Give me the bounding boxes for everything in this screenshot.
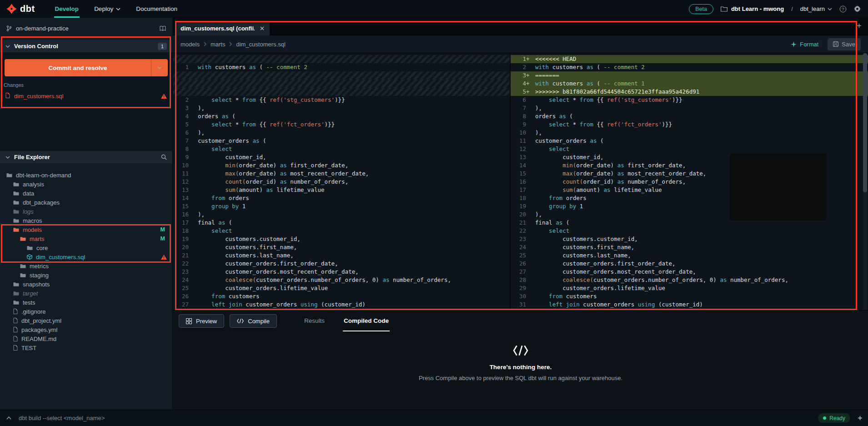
tree-item-dbt-project-yml[interactable]: dbt_project.yml bbox=[0, 316, 172, 325]
dbt-logo[interactable]: dbt bbox=[0, 0, 43, 18]
editor-tab[interactable]: dim_customers.sql (confli... bbox=[175, 21, 270, 35]
nav-tab-deploy[interactable]: Deploy bbox=[94, 0, 120, 18]
code-line[interactable]: 1 with customers as ( -- comment 2 bbox=[173, 63, 510, 71]
code-line[interactable]: 7 customer_orders as ( bbox=[173, 137, 510, 145]
panel-tab-results[interactable]: Results bbox=[303, 311, 326, 331]
code-line[interactable]: 6 ), bbox=[173, 129, 510, 137]
code-line[interactable]: 11 customer_orders as ( bbox=[511, 137, 868, 145]
code-line[interactable]: 7 ), bbox=[511, 104, 868, 112]
tree-item-logs[interactable]: logs bbox=[0, 207, 172, 216]
tree-item-dbt-learn-on-demand[interactable]: dbt-learn-on-demand bbox=[0, 170, 172, 180]
code-line[interactable]: 27 left join customer_orders using (cust… bbox=[173, 301, 510, 309]
code-line[interactable]: 5 select * from {{ ref('fct_orders')}} bbox=[173, 120, 510, 129]
docs-book-icon[interactable] bbox=[160, 26, 166, 31]
code-line[interactable]: 3+======= bbox=[511, 71, 868, 80]
code-line[interactable]: 10 ), bbox=[511, 129, 868, 137]
panel-tab-compiled-code[interactable]: Compiled Code bbox=[343, 311, 390, 331]
tree-item-analysis[interactable]: analysis bbox=[0, 180, 172, 189]
code-line[interactable]: 6 select * from {{ ref('stg_customers')}… bbox=[511, 96, 868, 104]
code-line[interactable]: 26 from customers bbox=[173, 292, 510, 301]
tree-item-readme-md[interactable]: README.md bbox=[0, 334, 172, 343]
file-explorer-header[interactable]: File Explorer bbox=[0, 151, 172, 163]
changed-file-item[interactable]: dim_customers.sql bbox=[0, 90, 172, 101]
code-line[interactable]: 14 from orders bbox=[173, 194, 510, 202]
tree-item--gitignore[interactable]: .gitignore bbox=[0, 307, 172, 316]
code-line[interactable]: 23 customers.customer_id, bbox=[511, 235, 868, 243]
preview-button[interactable]: Preview bbox=[179, 314, 224, 328]
nav-tab-develop[interactable]: Develop bbox=[55, 0, 79, 18]
save-button[interactable]: Save bbox=[828, 38, 861, 50]
code-line[interactable]: 2 select * from {{ ref('stg_customers')}… bbox=[173, 96, 510, 104]
code-line[interactable]: 22 customer_orders.first_order_date, bbox=[173, 260, 510, 268]
tree-item-data[interactable]: data bbox=[0, 189, 172, 198]
code-line[interactable]: 27 customer_orders.most_recent_order_dat… bbox=[511, 268, 868, 276]
code-line[interactable]: 4 orders as ( bbox=[173, 112, 510, 120]
code-line[interactable]: 5+>>>>>>> b81f802a66fd544504c65721e3ffaa… bbox=[511, 88, 868, 96]
commit-and-resolve-button[interactable]: Commit and resolve bbox=[5, 59, 151, 76]
code-line[interactable]: 30 from customers bbox=[511, 292, 868, 301]
code-line[interactable]: 4+with customers as ( -- comment 1 bbox=[511, 80, 868, 88]
scrollbar-thumb[interactable] bbox=[863, 53, 867, 192]
code-line[interactable]: 26 customer_orders.first_order_date, bbox=[511, 260, 868, 268]
format-button[interactable]: Format bbox=[791, 41, 818, 48]
tree-item-metrics[interactable]: metrics bbox=[0, 261, 172, 271]
code-line[interactable]: 23 customer_orders.most_recent_order_dat… bbox=[173, 268, 510, 276]
code-line[interactable]: 20 customers.first_name, bbox=[173, 243, 510, 251]
code-line[interactable]: 28 coalesce(customer_orders.number_of_or… bbox=[511, 276, 868, 284]
code-line[interactable]: 17 final as ( bbox=[173, 219, 510, 227]
tree-item-target[interactable]: target bbox=[0, 289, 172, 298]
code-line[interactable]: 25 customers.last_name, bbox=[511, 251, 868, 260]
project-selector[interactable]: dbt Learn - mwong bbox=[721, 5, 784, 12]
code-line[interactable]: 9 customer_id, bbox=[173, 153, 510, 161]
editor-scrollbar[interactable] bbox=[863, 53, 867, 310]
code-line[interactable]: 24 coalesce(customer_orders.number_of_or… bbox=[173, 276, 510, 284]
code-line[interactable]: 31 left join customer_orders using (cust… bbox=[511, 301, 868, 309]
code-line[interactable]: 25 customer_orders.lifetime_value bbox=[173, 284, 510, 292]
tree-item-test[interactable]: TEST bbox=[0, 343, 172, 352]
search-icon[interactable] bbox=[161, 154, 167, 160]
status-plus-icon[interactable] bbox=[858, 416, 863, 421]
code-line[interactable]: 16 ), bbox=[173, 210, 510, 219]
tree-item-dbt-packages[interactable]: dbt_packages bbox=[0, 198, 172, 207]
tree-item-packages-yml[interactable]: packages.yml bbox=[0, 325, 172, 334]
code-line[interactable]: 22 select bbox=[511, 227, 868, 235]
code-line[interactable]: 11 max(order_date) as most_recent_order_… bbox=[173, 170, 510, 178]
chevron-up-icon[interactable] bbox=[6, 416, 11, 420]
code-line[interactable]: 12 select bbox=[511, 145, 868, 153]
code-line[interactable]: 21 customers.last_name, bbox=[173, 251, 510, 260]
beta-badge[interactable]: Beta bbox=[689, 4, 713, 14]
code-line[interactable]: 8 select bbox=[173, 145, 510, 153]
tree-item-dim-customers-sql[interactable]: dim_customers.sql bbox=[0, 252, 172, 261]
tree-item-models[interactable]: modelsM bbox=[0, 225, 172, 234]
branch-selector[interactable]: on-demand-practice bbox=[0, 22, 172, 34]
nav-tab-documentation[interactable]: Documentation bbox=[136, 0, 177, 18]
commit-options-caret[interactable] bbox=[151, 59, 168, 76]
compile-button[interactable]: Compile bbox=[230, 314, 277, 328]
environment-selector[interactable]: dbt_learn bbox=[800, 5, 832, 12]
code-line[interactable]: 19 customers.customer_id, bbox=[173, 235, 510, 243]
code-line[interactable]: 1+<<<<<<< HEAD bbox=[511, 55, 868, 63]
code-line[interactable]: 13 sum(amount) as lifetime_value bbox=[173, 186, 510, 194]
code-line[interactable]: 9 select * from {{ ref('fct_orders')}} bbox=[511, 120, 868, 129]
code-line[interactable]: 29 customer_orders.lifetime_value bbox=[511, 284, 868, 292]
command-input[interactable]: dbt build --select <model_name> bbox=[19, 415, 105, 421]
help-icon[interactable]: ? bbox=[839, 5, 847, 13]
new-tab-plus-icon[interactable] bbox=[857, 23, 862, 28]
code-line[interactable]: 24 customers.first_name, bbox=[511, 243, 868, 251]
settings-gear-icon[interactable] bbox=[854, 5, 861, 12]
code-line[interactable]: 8 orders as ( bbox=[511, 112, 868, 120]
tree-item-snapshots[interactable]: snapshots bbox=[0, 280, 172, 289]
code-line[interactable]: 12 count(order_id) as number_of_orders, bbox=[173, 178, 510, 186]
tree-item-macros[interactable]: macros bbox=[0, 216, 172, 225]
code-line[interactable]: 2 with customers as ( -- comment 2 bbox=[511, 63, 868, 71]
code-line[interactable]: 15 group by 1 bbox=[173, 202, 510, 210]
code-line[interactable]: 18 select bbox=[173, 227, 510, 235]
close-tab-icon[interactable] bbox=[260, 26, 264, 30]
code-line[interactable]: 3 ), bbox=[173, 104, 510, 112]
version-control-header[interactable]: Version Control 1 bbox=[0, 40, 172, 52]
tree-item-marts[interactable]: martsM bbox=[0, 234, 172, 243]
tree-item-staging[interactable]: staging bbox=[0, 271, 172, 280]
tree-item-core[interactable]: core bbox=[0, 243, 172, 252]
tree-item-tests[interactable]: tests bbox=[0, 298, 172, 307]
code-line[interactable]: 10 min(order_date) as first_order_date, bbox=[173, 161, 510, 170]
